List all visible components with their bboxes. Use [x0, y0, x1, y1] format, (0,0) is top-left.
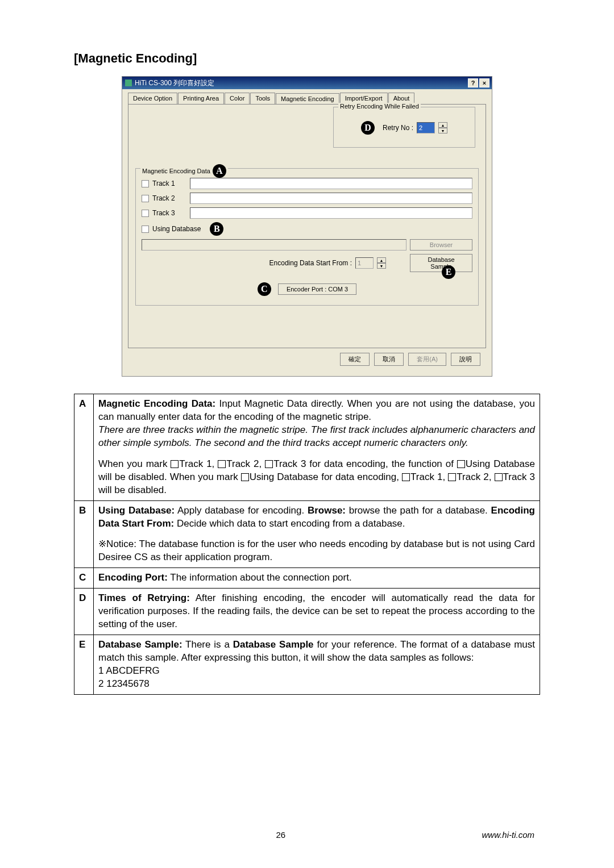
checkbox-icon — [218, 460, 226, 468]
row-key: E — [74, 635, 94, 695]
checkbox-icon — [265, 460, 273, 468]
table-row: B Using Database: Apply database for enc… — [74, 500, 540, 568]
track1-checkbox[interactable] — [142, 180, 149, 187]
footer-url: www.hi-ti.com — [482, 830, 534, 840]
track1-label: Track 1 — [152, 180, 186, 187]
checkbox-icon — [171, 460, 179, 468]
encoding-start-label: Encoding Data Start From : — [269, 259, 352, 267]
tab-panel: Retry Encoding While Failed D Retry No :… — [128, 104, 486, 348]
retry-value[interactable]: 2 — [417, 122, 435, 133]
close-button[interactable]: × — [479, 78, 489, 87]
tab-color[interactable]: Color — [225, 93, 250, 104]
row-key: B — [74, 500, 94, 568]
track2-label: Track 2 — [152, 194, 186, 202]
tab-printing-area[interactable]: Printing Area — [178, 93, 224, 104]
callout-c: C — [258, 282, 271, 296]
row-key: A — [74, 394, 94, 501]
row-key: D — [74, 589, 94, 635]
checkbox-icon — [495, 473, 503, 481]
callout-b: B — [210, 222, 223, 236]
track3-checkbox[interactable] — [142, 210, 149, 217]
tab-import-export[interactable]: Import/Export — [340, 93, 388, 104]
apply-button[interactable]: 套用(A) — [408, 353, 446, 366]
track1-input[interactable] — [190, 178, 472, 189]
table-row: A Magnetic Encoding Data: Input Magnetic… — [74, 394, 540, 501]
database-sample-button[interactable]: Database Sample — [410, 254, 472, 272]
retry-group-title: Retry Encoding While Failed — [338, 103, 421, 110]
checkbox-icon — [457, 460, 465, 468]
ok-button[interactable]: 確定 — [340, 353, 370, 366]
callout-d: D — [361, 121, 375, 135]
callout-e: E — [442, 265, 455, 279]
table-row: C Encoding Port: The information about t… — [74, 568, 540, 589]
retry-spinner[interactable]: ▲▼ — [438, 122, 447, 133]
browser-button[interactable]: Browser — [410, 239, 472, 251]
using-database-label: Using Database — [152, 225, 201, 233]
encoding-start-value[interactable]: 1 — [355, 257, 374, 269]
section-heading: [Magnetic Encoding] — [74, 51, 540, 66]
track3-input[interactable] — [190, 207, 472, 219]
row-key: C — [74, 568, 94, 589]
retry-label: Retry No : — [383, 124, 413, 132]
row-desc: Times of Retrying: After finishing encod… — [94, 589, 540, 635]
track3-label: Track 3 — [152, 209, 186, 217]
tab-tools[interactable]: Tools — [250, 93, 275, 104]
help-button-2[interactable]: 說明 — [451, 353, 480, 366]
encoding-start-spinner[interactable]: ▲▼ — [377, 257, 386, 269]
encoder-port-label: Encoder Port : COM 3 — [278, 283, 356, 295]
svg-rect-0 — [125, 80, 132, 86]
track2-input[interactable] — [190, 193, 472, 204]
table-row: D Times of Retrying: After finishing enc… — [74, 589, 540, 635]
row-desc: Using Database: Apply database for encod… — [94, 500, 540, 568]
preferences-dialog: HiTi CS-300 列印喜好設定 ? × Device Option Pri… — [122, 76, 492, 377]
database-path-input — [142, 239, 406, 251]
description-table: A Magnetic Encoding Data: Input Magnetic… — [74, 394, 540, 695]
page-footer: 26 www.hi-ti.com — [0, 830, 614, 840]
dialog-title: HiTi CS-300 列印喜好設定 — [135, 78, 468, 88]
tab-strip: Device Option Printing Area Color Tools … — [128, 93, 486, 104]
callout-a: A — [213, 164, 226, 178]
encoding-group-title: Magnetic Encoding Data — [142, 168, 210, 174]
using-database-checkbox[interactable] — [142, 226, 149, 233]
tab-about[interactable]: About — [388, 93, 415, 104]
row-desc: Magnetic Encoding Data: Input Magnetic D… — [94, 394, 540, 501]
row-desc: Database Sample: There is a Database Sam… — [94, 635, 540, 695]
help-button[interactable]: ? — [468, 78, 478, 87]
row-desc: Encoding Port: The information about the… — [94, 568, 540, 589]
checkbox-icon — [448, 473, 456, 481]
tab-magnetic-encoding[interactable]: Magnetic Encoding — [276, 93, 339, 105]
cancel-button[interactable]: 取消 — [374, 353, 404, 366]
retry-group: Retry Encoding While Failed D Retry No :… — [333, 107, 475, 148]
page-number: 26 — [80, 830, 482, 840]
app-icon — [125, 79, 132, 87]
table-row: E Database Sample: There is a Database S… — [74, 635, 540, 695]
checkbox-icon — [241, 473, 249, 481]
checkbox-icon — [402, 473, 410, 481]
dialog-titlebar: HiTi CS-300 列印喜好設定 ? × — [122, 77, 492, 89]
track2-checkbox[interactable] — [142, 195, 149, 202]
tab-device-option[interactable]: Device Option — [128, 93, 177, 104]
